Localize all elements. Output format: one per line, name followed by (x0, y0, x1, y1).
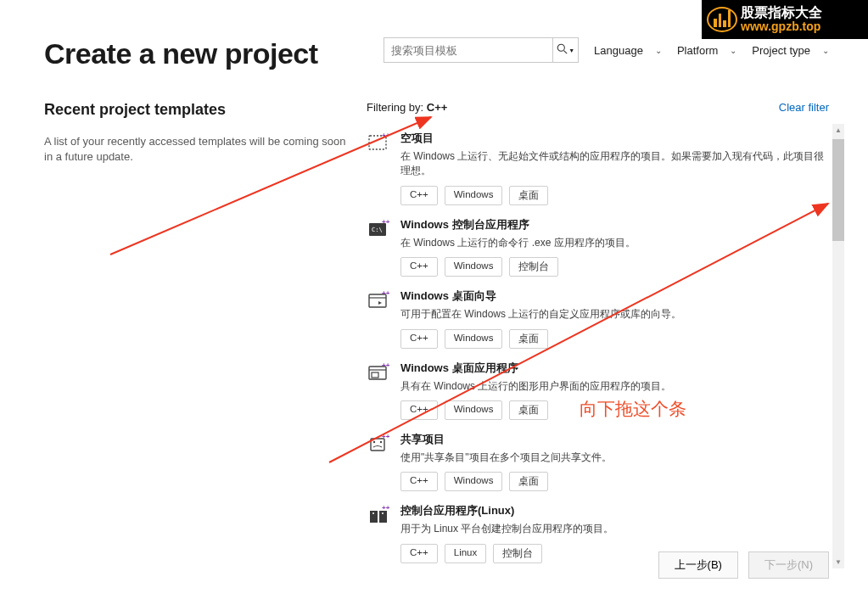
next-button: 下一步(N) (748, 551, 829, 579)
template-desc: 用于为 Linux 平台创建控制台应用程序的项目。 (400, 522, 829, 536)
search-icon (557, 43, 568, 57)
template-tag: Linux (445, 544, 487, 563)
language-dropdown[interactable]: Language ⌄ (594, 44, 662, 57)
filter-indicator: Filtering by: C++ (367, 101, 447, 114)
scroll-up-arrow-icon[interactable]: ▲ (832, 124, 844, 136)
back-button[interactable]: 上一步(B) (658, 551, 738, 579)
template-tag: Windows (445, 400, 503, 420)
template-tags: C++Windows桌面 (400, 472, 829, 491)
template-tag: 桌面 (509, 472, 548, 491)
template-tags: C++Windows桌面 (400, 400, 829, 420)
template-tags: C++Windows桌面 (400, 186, 829, 205)
scroll-down-arrow-icon[interactable]: ▼ (832, 557, 844, 568)
project-type-label: Project type (752, 44, 810, 57)
clear-filter-link[interactable]: Clear filter (779, 101, 829, 114)
template-tag: 桌面 (509, 186, 548, 205)
search-input[interactable] (384, 38, 552, 62)
watermark-chart-icon (707, 7, 737, 32)
template-desc: 具有在 Windows 上运行的图形用户界面的应用程序的项目。 (400, 379, 829, 394)
svg-marker-9 (378, 301, 382, 305)
template-title: 控制台应用程序(Linux) (400, 503, 829, 518)
filter-label: Filtering by: (367, 101, 427, 114)
svg-rect-20 (379, 511, 387, 523)
watermark-badge: 股票指标大全 www.gpzb.top (702, 0, 868, 39)
template-tag: 桌面 (509, 400, 548, 420)
platform-dropdown[interactable]: Platform ⌄ (677, 44, 736, 57)
template-title: Windows 桌面应用程序 (400, 361, 829, 376)
svg-text:++: ++ (382, 289, 390, 297)
template-desc: 使用"共享条目"项目在多个项目之间共享文件。 (400, 451, 829, 465)
template-tag: C++ (400, 329, 438, 349)
language-label: Language (594, 44, 643, 57)
svg-text:++: ++ (382, 504, 390, 512)
template-icon: ++ (367, 432, 390, 456)
svg-point-21 (372, 512, 374, 514)
template-tags: C++Windows控制台 (400, 257, 829, 277)
template-item[interactable]: ++Windows 桌面应用程序具有在 Windows 上运行的图形用户界面的应… (367, 354, 829, 425)
template-tag: 控制台 (509, 257, 558, 277)
chevron-down-icon: ⌄ (822, 46, 829, 55)
scrollbar-thumb[interactable] (832, 139, 844, 241)
template-item[interactable]: ++共享项目使用"共享条目"项目在多个项目之间共享文件。C++Windows桌面 (367, 425, 829, 496)
svg-text:++: ++ (382, 361, 390, 369)
page-title: Create a new project (44, 37, 318, 70)
svg-point-0 (557, 44, 564, 51)
watermark-url: www.gpzb.top (741, 20, 822, 33)
template-icon: C:\++ (367, 217, 390, 241)
template-tag: Windows (445, 257, 503, 277)
template-tag: C++ (400, 400, 438, 420)
svg-text:C:\: C:\ (372, 227, 383, 233)
template-desc: 在 Windows 上运行的命令行 .exe 应用程序的项目。 (400, 236, 829, 250)
template-tag: Windows (445, 186, 503, 205)
template-title: Windows 控制台应用程序 (400, 217, 829, 232)
svg-rect-15 (371, 439, 384, 451)
svg-point-16 (373, 441, 375, 443)
template-icon: ++ (367, 288, 390, 312)
chevron-down-icon: ⌄ (655, 46, 662, 55)
scrollbar-track[interactable]: ▲ ▼ (832, 124, 844, 568)
template-desc: 在 Windows 上运行、无起始文件或结构的应用程序的项目。如果需要加入现有代… (400, 149, 829, 179)
svg-text:++: ++ (382, 433, 390, 440)
template-tag: C++ (400, 544, 438, 563)
recent-templates-desc: A list of your recently accessed templat… (44, 134, 350, 165)
search-button[interactable]: ▼ (552, 38, 578, 62)
svg-line-1 (564, 51, 568, 54)
template-title: 空项目 (400, 131, 829, 146)
platform-label: Platform (677, 44, 718, 57)
template-tag: C++ (400, 257, 438, 277)
svg-point-22 (382, 512, 384, 514)
template-item[interactable]: ++空项目在 Windows 上运行、无起始文件或结构的应用程序的项目。如果需要… (367, 124, 829, 210)
svg-rect-13 (372, 372, 378, 378)
template-icon: ++ (367, 361, 390, 384)
watermark-title: 股票指标大全 (741, 6, 822, 20)
template-tags: C++Windows桌面 (400, 329, 829, 349)
template-item[interactable]: ++Windows 桌面向导可用于配置在 Windows 上运行的自定义应用程序… (367, 282, 829, 353)
template-tag: Windows (445, 472, 503, 491)
filter-value: C++ (427, 101, 448, 114)
template-title: Windows 桌面向导 (400, 288, 829, 304)
recent-templates-title: Recent project templates (44, 101, 350, 119)
templates-list: ▲ ▼ ++空项目在 Windows 上运行、无起始文件或结构的应用程序的项目。… (367, 124, 829, 568)
svg-rect-19 (370, 511, 378, 523)
svg-text:++: ++ (382, 218, 390, 226)
template-tag: 控制台 (493, 544, 542, 563)
template-title: 共享项目 (400, 432, 829, 447)
search-container: ▼ (384, 37, 579, 63)
project-type-dropdown[interactable]: Project type ⌄ (752, 44, 829, 57)
template-desc: 可用于配置在 Windows 上运行的自定义应用程序或库的向导。 (400, 307, 829, 322)
template-tag: 桌面 (509, 329, 548, 349)
template-tag: C++ (400, 472, 438, 491)
svg-point-17 (380, 441, 382, 443)
template-icon: ++ (367, 503, 390, 527)
template-tag: C++ (400, 186, 438, 205)
template-item[interactable]: C:\++Windows 控制台应用程序在 Windows 上运行的命令行 .e… (367, 210, 829, 282)
chevron-down-icon: ▼ (568, 48, 574, 53)
template-tag: Windows (445, 329, 503, 349)
template-icon: ++ (367, 131, 390, 154)
svg-text:++: ++ (382, 132, 390, 139)
chevron-down-icon: ⌄ (730, 46, 736, 55)
